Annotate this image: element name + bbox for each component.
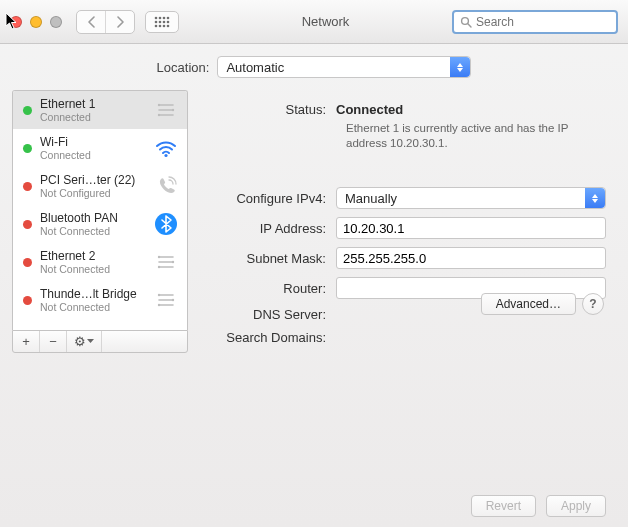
service-status: Not Configured	[40, 187, 145, 199]
svg-point-22	[158, 294, 160, 296]
zoom-window-button	[50, 16, 62, 28]
apply-button[interactable]: Apply	[546, 495, 606, 517]
wifi-icon	[153, 135, 179, 161]
svg-point-3	[167, 16, 170, 19]
service-item-ethernet2[interactable]: Ethernet 2 Not Connected	[13, 243, 187, 281]
svg-point-0	[155, 16, 158, 19]
service-status: Not Connected	[40, 301, 145, 313]
select-stepper-icon	[450, 57, 470, 77]
status-description: Ethernet 1 is currently active and has t…	[346, 121, 606, 151]
svg-point-7	[167, 20, 170, 23]
configure-ipv4-select[interactable]: Manually	[336, 187, 606, 209]
close-window-button[interactable]	[10, 16, 22, 28]
service-item-wifi[interactable]: Wi-Fi Connected	[13, 129, 187, 167]
service-status: Connected	[40, 111, 145, 123]
svg-point-24	[158, 304, 160, 306]
svg-point-11	[167, 24, 170, 27]
svg-point-21	[158, 266, 160, 268]
add-service-button[interactable]: +	[13, 331, 40, 352]
service-list-toolbar: + − ⚙︎	[12, 330, 188, 353]
ip-address-input[interactable]	[336, 217, 606, 239]
service-item-pciserial[interactable]: PCI Seri…ter (22) Not Configured	[13, 167, 187, 205]
remove-service-button[interactable]: −	[40, 331, 67, 352]
traffic-lights	[10, 16, 62, 28]
service-name: Ethernet 2	[40, 249, 145, 263]
status-dot-icon	[23, 144, 32, 153]
location-label: Location:	[157, 60, 210, 75]
svg-point-23	[172, 299, 174, 301]
service-status: Connected	[40, 149, 145, 161]
svg-point-9	[159, 24, 162, 27]
service-name: Wi-Fi	[40, 135, 145, 149]
svg-point-5	[159, 20, 162, 23]
advanced-button[interactable]: Advanced…	[481, 293, 576, 315]
search-domains-label: Search Domains:	[198, 330, 336, 345]
service-item-ethernet1[interactable]: Ethernet 1 Connected	[13, 91, 187, 129]
svg-point-10	[163, 24, 166, 27]
svg-point-19	[158, 256, 160, 258]
service-item-thunderbolt[interactable]: Thunde…lt Bridge Not Connected	[13, 281, 187, 319]
svg-point-1	[159, 16, 162, 19]
service-list[interactable]: Ethernet 1 Connected Wi-Fi Connected PCI…	[12, 90, 188, 330]
svg-point-4	[155, 20, 158, 23]
svg-point-15	[172, 109, 174, 111]
configure-ipv4-label: Configure IPv4:	[198, 191, 336, 206]
status-dot-icon	[23, 220, 32, 229]
show-all-button[interactable]	[145, 11, 179, 33]
svg-point-20	[172, 261, 174, 263]
service-name: Thunde…lt Bridge	[40, 287, 145, 301]
search-input[interactable]	[476, 15, 626, 29]
window-toolbar: Network	[0, 0, 628, 44]
status-dot-icon	[23, 258, 32, 267]
service-name: Bluetooth PAN	[40, 211, 145, 225]
subnet-mask-input[interactable]	[336, 247, 606, 269]
ip-address-label: IP Address:	[198, 221, 336, 236]
ethernet-icon	[153, 287, 179, 313]
router-label: Router:	[198, 281, 336, 296]
svg-point-16	[158, 114, 160, 116]
bluetooth-icon	[153, 211, 179, 237]
status-dot-icon	[23, 106, 32, 115]
service-actions-button[interactable]: ⚙︎	[67, 331, 102, 352]
subnet-mask-label: Subnet Mask:	[198, 251, 336, 266]
search-field[interactable]	[452, 10, 618, 34]
minimize-window-button[interactable]	[30, 16, 42, 28]
service-sidebar: Ethernet 1 Connected Wi-Fi Connected PCI…	[12, 90, 188, 353]
chevron-down-icon	[87, 339, 94, 344]
status-value: Connected	[336, 102, 606, 117]
gear-icon: ⚙︎	[74, 334, 86, 349]
dns-server-label: DNS Server:	[198, 307, 336, 322]
back-button[interactable]	[77, 11, 105, 33]
select-stepper-icon	[585, 188, 605, 208]
location-select[interactable]: Automatic	[217, 56, 471, 78]
svg-point-8	[155, 24, 158, 27]
service-name: PCI Seri…ter (22)	[40, 173, 145, 187]
configure-ipv4-value: Manually	[345, 191, 397, 206]
location-value: Automatic	[226, 60, 284, 75]
service-status: Not Connected	[40, 225, 145, 237]
svg-line-13	[468, 23, 471, 26]
service-name: Ethernet 1	[40, 97, 145, 111]
phone-icon	[153, 173, 179, 199]
svg-point-14	[158, 104, 160, 106]
location-row: Location: Automatic	[0, 44, 628, 90]
service-item-bluetooth[interactable]: Bluetooth PAN Not Connected	[13, 205, 187, 243]
nav-back-forward	[76, 10, 135, 34]
help-button[interactable]: ?	[582, 293, 604, 315]
service-detail-pane: Status: Connected Ethernet 1 is currentl…	[198, 90, 616, 353]
forward-button[interactable]	[105, 11, 134, 33]
ethernet-icon	[153, 249, 179, 275]
ethernet-icon	[153, 97, 179, 123]
status-dot-icon	[23, 182, 32, 191]
search-icon	[460, 16, 472, 28]
svg-point-17	[164, 154, 167, 157]
status-dot-icon	[23, 296, 32, 305]
svg-point-2	[163, 16, 166, 19]
footer-buttons: Revert Apply	[471, 495, 606, 517]
svg-point-6	[163, 20, 166, 23]
window-title: Network	[199, 14, 452, 29]
service-status: Not Connected	[40, 263, 145, 275]
status-label: Status:	[198, 102, 336, 117]
revert-button[interactable]: Revert	[471, 495, 536, 517]
